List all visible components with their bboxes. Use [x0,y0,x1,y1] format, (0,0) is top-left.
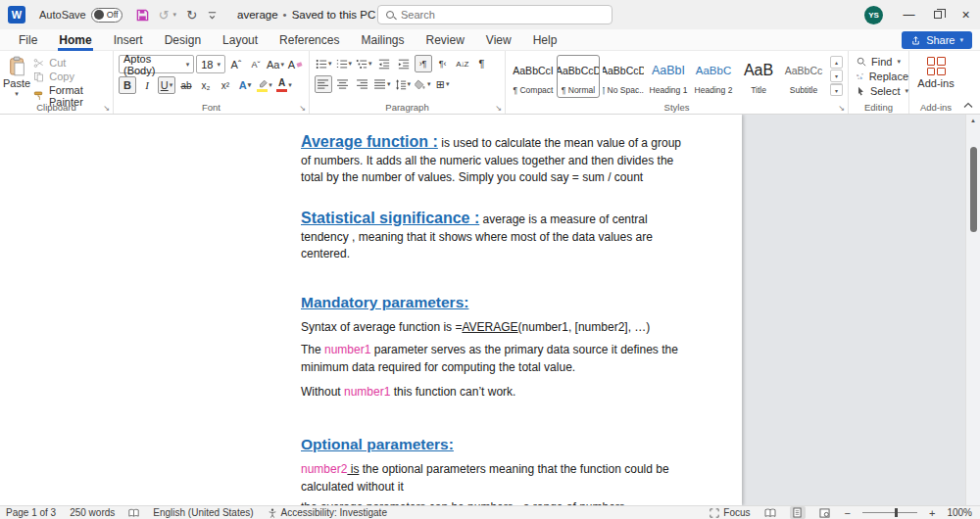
paragraph-without-number1[interactable]: Without number1 this function can’t work… [301,384,685,401]
focus-mode-button[interactable]: Focus [710,507,750,518]
paragraph-dialog-launcher-icon[interactable]: ↘ [495,104,502,113]
minimize-button[interactable]: — [895,0,923,29]
heading-mandatory-parameters[interactable]: Mandatory parameters: [301,294,468,311]
bold-button[interactable]: B [119,76,136,94]
tab-review[interactable]: Review [415,29,474,51]
paragraph-number2-description[interactable]: number2 is the optional parameters meani… [301,461,685,495]
addins-button[interactable]: Add-ins [909,51,962,89]
multilevel-list-button[interactable]: ▾ [355,55,373,72]
style-heading1[interactable]: AaBbI Heading 1 [647,55,690,98]
language-indicator[interactable]: English (United States) [153,507,253,518]
paragraph-number1-description[interactable]: The number1 parameter serves as the prim… [301,342,685,376]
show-hide-marks-button[interactable]: ¶ [473,55,491,72]
scroll-up-icon[interactable]: ▲ [966,118,980,123]
align-center-button[interactable] [334,75,352,93]
vertical-scrollbar[interactable]: ▲ [965,115,980,505]
numbering-button[interactable]: ▾ [335,55,354,72]
find-button[interactable]: Find ▾ [857,56,908,68]
search-input[interactable] [401,9,587,21]
style-subtitle[interactable]: AaBbCc Subtitle [782,55,825,98]
styles-scroll-up-icon[interactable]: ▴ [830,56,843,69]
style-normal[interactable]: AaBbCcD ¶ Normal [557,55,600,98]
accessibility-status[interactable]: Accessibility: Investigate [268,507,387,518]
replace-button[interactable]: ab Replace [857,71,908,82]
rtl-direction-button[interactable]: ¶‹ [434,55,452,72]
align-left-button[interactable] [315,75,332,93]
strikethrough-button[interactable]: ab [177,76,195,94]
style-no-spacing[interactable]: AaBbCcD ¶ No Spac... [602,55,645,98]
collapse-ribbon-icon[interactable] [963,102,973,109]
cut-button[interactable]: Cut [33,57,113,69]
style-compact[interactable]: AaBbCcI ¶ Compact [512,55,555,98]
line-spacing-button[interactable]: ▾ [394,75,413,93]
zoom-in-button[interactable]: + [929,507,935,519]
search-box[interactable] [377,5,612,24]
print-layout-button[interactable] [790,506,806,519]
justify-button[interactable]: ▾ [373,75,392,93]
restore-button[interactable] [923,0,952,29]
clipboard-dialog-launcher-icon[interactable]: ↘ [103,104,110,113]
avatar[interactable]: YS [864,6,883,24]
tab-insert[interactable]: Insert [103,29,154,51]
undo-dropdown-icon[interactable]: ▾ [173,11,177,19]
tab-view[interactable]: View [475,29,522,51]
highlight-button[interactable]: ▾ [256,76,273,94]
tab-layout[interactable]: Layout [212,29,269,51]
tab-help[interactable]: Help [522,29,568,51]
font-dialog-launcher-icon[interactable]: ↘ [299,104,306,113]
change-case-button[interactable]: Aa▾ [267,56,284,73]
page-indicator[interactable]: Page 1 of 3 [6,507,56,518]
zoom-slider-thumb[interactable] [895,508,898,517]
paragraph-average-function[interactable]: Average function : is used to calculate … [301,133,685,187]
tab-home[interactable]: Home [48,29,102,51]
text-effects-button[interactable]: A▾ [236,76,254,94]
share-button[interactable]: Share ▾ [902,31,972,49]
zoom-slider[interactable] [862,512,917,513]
paragraph-syntax[interactable]: Syntax of average function is =AVERAGE(n… [301,319,685,337]
word-logo-icon[interactable]: W [8,6,25,24]
style-heading2[interactable]: AaBbC Heading 2 [692,55,735,98]
word-count[interactable]: 250 words [70,507,115,518]
decrease-indent-button[interactable] [375,55,393,72]
autosave-toggle[interactable]: Off [91,8,122,23]
tab-file[interactable]: File [8,29,48,51]
proofing-status[interactable] [128,508,139,518]
copy-button[interactable]: Copy [33,71,113,82]
tab-mailings[interactable]: Mailings [350,29,415,51]
sort-button[interactable]: A↓Z [454,55,471,72]
web-layout-button[interactable] [817,506,833,519]
styles-scroll-down-icon[interactable]: ▾ [830,70,843,82]
grow-font-button[interactable]: Aˆ [227,56,245,73]
tab-references[interactable]: References [269,29,350,51]
read-mode-button[interactable] [762,506,778,519]
styles-more-icon[interactable]: ▾ [830,83,843,96]
font-name-combo[interactable]: Aptos (Body) ▾ [119,55,194,73]
clear-formatting-button[interactable]: A [286,56,304,73]
subscript-button[interactable]: x₂ [197,76,215,94]
document-title[interactable]: average • Saved to this PC ▾ [237,9,384,21]
document-page[interactable]: Average function : is used to calculate … [0,115,742,505]
borders-button[interactable]: ⊞▾ [434,75,452,93]
superscript-button[interactable]: x² [217,76,234,94]
zoom-level[interactable]: 100% [947,507,972,518]
save-icon[interactable] [136,9,149,22]
style-title[interactable]: AaB Title [737,55,780,98]
zoom-out-button[interactable]: − [845,507,851,519]
heading-optional-parameters[interactable]: Optional parameters: [301,436,454,453]
autosave-control[interactable]: AutoSave Off [39,8,122,23]
ltr-direction-button[interactable]: ›¶ [415,55,432,72]
shading-button[interactable]: ▾ [414,75,432,93]
scrollbar-thumb[interactable] [970,147,977,232]
align-right-button[interactable] [354,75,371,93]
italic-button[interactable]: I [138,76,156,94]
font-size-combo[interactable]: 18 ▾ [196,55,225,73]
customize-qat-icon[interactable] [207,10,218,21]
underline-button[interactable]: U▾ [158,76,175,94]
bullets-button[interactable]: ▾ [315,55,333,72]
paragraph-statistical-significance[interactable]: Statistical significance : average is a … [301,210,685,263]
undo-button[interactable]: ↺ [159,8,170,23]
redo-button[interactable]: ↻ [186,8,197,23]
shrink-font-button[interactable]: Aˇ [247,56,265,73]
select-button[interactable]: Select ▾ [857,85,908,97]
styles-dialog-launcher-icon[interactable]: ↘ [838,104,845,113]
